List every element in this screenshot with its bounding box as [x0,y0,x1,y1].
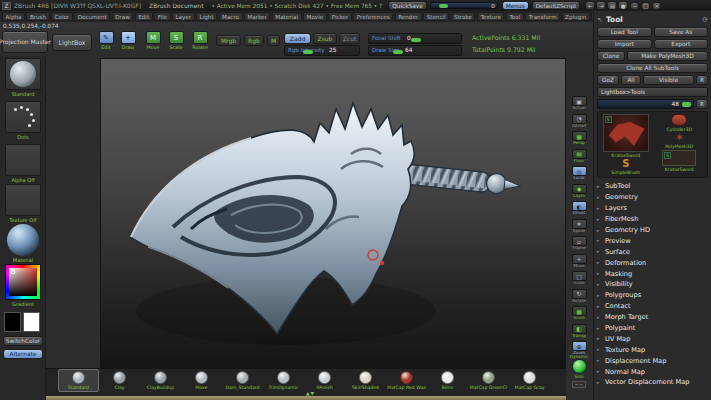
recent-tool-thumbnail[interactable]: S [662,150,696,166]
cylinder3d-icon[interactable] [671,114,687,126]
menu-item[interactable]: Stencil [423,12,449,21]
tool-section-header[interactable]: ▸ Geometry [597,192,708,203]
make-polymesh3d-button[interactable]: Make PolyMesh3D [627,51,708,61]
menu-item[interactable]: Brush [26,12,49,21]
load-tool-button[interactable]: Load Tool [597,27,652,37]
scale-button[interactable]: S Scale [166,31,186,54]
tray-item[interactable]: TrimDynamic [263,371,304,390]
tool-section-header[interactable]: ▸ Normal Map [597,366,708,377]
shelf-button[interactable]: + Move [568,254,590,271]
draw-size-nub[interactable] [393,50,403,54]
alternate-button[interactable]: Alternate [3,349,43,359]
m-button[interactable]: M [267,35,280,46]
switch-color-button[interactable]: SwitchColor [3,336,43,346]
draw-size-slider[interactable]: Draw Size 64 [368,45,462,56]
tool-section-header[interactable]: ▸ Visibility [597,279,708,290]
projection-master-button[interactable]: Projection Master [2,31,48,53]
zcut-button[interactable]: Zcut [339,33,360,44]
shelf-button[interactable]: ▢ Scale [568,271,590,288]
goz-all-button[interactable]: All [621,75,641,85]
quicksave-button[interactable]: QuickSave [388,1,427,10]
menu-item[interactable]: Tool [506,12,524,21]
current-alpha[interactable]: Alpha Off [4,144,42,183]
move-button[interactable]: M Move [143,31,163,54]
menu-item[interactable]: Layer [172,12,195,21]
menu-item[interactable]: Picker [328,12,352,21]
tool-section-header[interactable]: ▸ Layers [597,203,708,214]
active-tool-thumbnail[interactable]: S [603,114,649,152]
menu-item[interactable]: Movie [303,12,327,21]
document-canvas[interactable] [100,58,566,368]
shelf-button[interactable]: ▣ Actual [568,96,590,113]
tool-section-header[interactable]: ▸ Preview [597,235,708,246]
tool-section-header[interactable]: ▸ SubTool [597,181,708,192]
menu-item[interactable]: Color [51,12,73,21]
menu-item[interactable]: Light [196,12,217,21]
zsub-button[interactable]: Zsub [313,33,337,44]
palette-back-icon[interactable]: ↖ [597,16,603,24]
shelf-button[interactable]: ▤ Floor [568,149,590,166]
menu-item[interactable]: Alpha [2,12,25,21]
shelf-button[interactable]: ▫ Frame [568,236,590,253]
current-brush[interactable]: Standard [4,58,42,97]
menu-item[interactable]: Edit [135,12,153,21]
menus-button[interactable]: Menus [502,1,529,10]
tool-section-header[interactable]: ▸ Polypaint [597,323,708,334]
tool-section-header[interactable]: ▸ FiberMesh [597,214,708,225]
tool-section-header[interactable]: ▸ Deformation [597,257,708,268]
tool-section-header[interactable]: ▸ Morph Target [597,312,708,323]
shelf-button[interactable]: ∗ Xpose [568,219,590,236]
tray-item[interactable]: Dam_Standard [222,371,263,390]
tool-section-header[interactable]: ▸ Geometry HD [597,225,708,236]
tool-section-header[interactable]: ▸ Polygroups [597,290,708,301]
tool-section-header[interactable]: ▸ UV Map [597,333,708,344]
tray-item[interactable]: SkinShade4 [345,371,386,390]
color-picker[interactable]: Gradient [4,264,42,307]
quicksave-slider-nub[interactable] [439,4,448,8]
menu-item[interactable]: Document [74,12,110,21]
sv-square[interactable] [9,268,37,296]
menu-item[interactable]: Texture [477,12,504,21]
frame-corners-icon[interactable]: ⌐ ¬ [572,381,586,388]
shelf-button[interactable]: ◐ Ghost [568,201,590,218]
hue-ring[interactable] [5,264,41,300]
zadd-button[interactable]: Zadd [284,33,311,44]
edit-button[interactable]: ✎ Edit [96,31,116,54]
close-button[interactable]: × [652,2,661,10]
tray-collapse-left-icon[interactable]: ⇤ [585,1,595,10]
goz-r-button[interactable]: R [696,75,708,85]
tray-item[interactable]: Standard [58,369,99,392]
menu-item[interactable]: Render [395,12,422,21]
menu-item[interactable]: Marker [244,12,270,21]
minimize-button[interactable]: − [630,2,639,10]
menu-item[interactable]: Zplugin [562,12,590,21]
focal-shift-slider[interactable]: Focal Shift 0 [368,33,462,44]
lightbox-tools-bar[interactable]: Lightbox>Tools [597,87,708,97]
tray-item[interactable]: ClayBuildup [140,371,181,390]
menu-item[interactable]: Macro [219,12,243,21]
goz-visible-button[interactable]: Visible [643,75,694,85]
tray-item[interactable]: Move [181,371,222,390]
rotate-button[interactable]: R Rotate [190,31,210,54]
rgb-intensity-slider[interactable]: Rgb Intensity 25 [284,45,360,56]
shelf-button[interactable]: ▦ Scroll [568,306,590,323]
shelf-button[interactable]: ◆ LSym [568,184,590,201]
tool-slider[interactable]: 48 [597,99,694,109]
tray-item[interactable]: Clay [99,371,140,390]
save-as-button[interactable]: Save As [654,27,709,37]
tool-section-header[interactable]: ▸ Masking [597,268,708,279]
polymesh3d-icon[interactable]: ✶ [675,133,684,143]
focal-shift-nub[interactable] [411,38,421,42]
tool-section-header[interactable]: ▸ Surface [597,246,708,257]
shelf-button[interactable]: ◧ Transp [568,324,590,341]
menu-item[interactable]: Material [272,12,302,21]
rgb-button[interactable]: Rgb [244,35,264,46]
lock-icon[interactable]: ● [618,1,628,10]
tray-collapse-right-icon[interactable]: ⇥ [596,1,606,10]
goz-button[interactable]: GoZ [597,75,619,85]
simplebrush-icon[interactable]: S [622,159,629,169]
clone-all-subtools-button[interactable]: Clone All SubTools [597,63,708,73]
tool-slider-r-button[interactable]: R [696,99,708,109]
tool-slider-nub[interactable] [682,102,691,107]
current-texture[interactable]: Texture Off [4,184,42,223]
